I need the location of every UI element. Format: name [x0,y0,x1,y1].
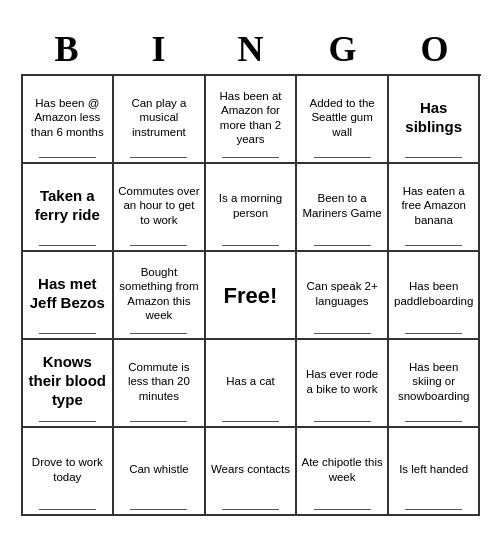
header-letter-g: G [299,28,387,70]
cell-text: Has ever rode a bike to work [301,346,383,417]
cell-signature-line [405,157,462,158]
cell-signature-line [405,421,462,422]
bingo-cell-7[interactable]: Is a morning person [206,164,298,252]
cell-signature-line [39,157,96,158]
cell-text: Wears contacts [211,434,290,505]
cell-text: Commutes over an hour to get to work [118,170,200,241]
cell-signature-line [130,157,187,158]
bingo-cell-9[interactable]: Has eaten a free Amazon banana [389,164,481,252]
cell-text: Has been @ Amazon less than 6 months [27,82,109,153]
cell-text: Has been at Amazon for more than 2 years [210,82,292,153]
cell-text: Has been paddleboarding [393,258,475,329]
bingo-cell-24[interactable]: Is left handed [389,428,481,516]
cell-text: Taken a ferry ride [27,170,109,241]
cell-signature-line [222,509,279,510]
cell-text: Has siblings [393,82,475,153]
header-letter-n: N [207,28,295,70]
bingo-cell-0[interactable]: Has been @ Amazon less than 6 months [23,76,115,164]
header-letter-i: I [115,28,203,70]
bingo-cell-5[interactable]: Taken a ferry ride [23,164,115,252]
bingo-grid: Has been @ Amazon less than 6 monthsCan … [21,74,481,516]
cell-signature-line [130,421,187,422]
cell-signature-line [314,157,371,158]
bingo-cell-2[interactable]: Has been at Amazon for more than 2 years [206,76,298,164]
cell-signature-line [39,333,96,334]
bingo-cell-10[interactable]: Has met Jeff Bezos [23,252,115,340]
cell-signature-line [314,421,371,422]
bingo-cell-11[interactable]: Bought something from Amazon this week [114,252,206,340]
header-letter-o: O [391,28,479,70]
cell-signature-line [130,509,187,510]
bingo-cell-19[interactable]: Has been skiing or snowboarding [389,340,481,428]
bingo-cell-1[interactable]: Can play a musical instrument [114,76,206,164]
cell-text: Has met Jeff Bezos [27,258,109,329]
bingo-cell-8[interactable]: Been to a Mariners Game [297,164,389,252]
cell-text: Has eaten a free Amazon banana [393,170,475,241]
free-space-cell[interactable]: Free! [206,252,298,340]
cell-text: Is left handed [399,434,468,505]
cell-signature-line [39,421,96,422]
cell-signature-line [222,421,279,422]
cell-signature-line [405,333,462,334]
cell-text: Is a morning person [210,170,292,241]
cell-signature-line [405,245,462,246]
cell-text: Can play a musical instrument [118,82,200,153]
cell-signature-line [405,509,462,510]
cell-text: Bought something from Amazon this week [118,258,200,329]
cell-signature-line [222,245,279,246]
bingo-cell-14[interactable]: Has been paddleboarding [389,252,481,340]
bingo-cell-13[interactable]: Can speak 2+ languages [297,252,389,340]
cell-text: Been to a Mariners Game [301,170,383,241]
cell-signature-line [39,245,96,246]
cell-text: Free! [224,258,278,334]
bingo-cell-15[interactable]: Knows their blood type [23,340,115,428]
cell-signature-line [314,509,371,510]
cell-signature-line [314,245,371,246]
cell-signature-line [314,333,371,334]
bingo-header: BINGO [21,28,481,70]
cell-text: Can speak 2+ languages [301,258,383,329]
header-letter-b: B [23,28,111,70]
cell-signature-line [130,333,187,334]
cell-signature-line [130,245,187,246]
bingo-cell-17[interactable]: Has a cat [206,340,298,428]
bingo-cell-23[interactable]: Ate chipotle this week [297,428,389,516]
cell-text: Added to the Seattle gum wall [301,82,383,153]
bingo-cell-3[interactable]: Added to the Seattle gum wall [297,76,389,164]
cell-text: Commute is less than 20 minutes [118,346,200,417]
bingo-card: BINGO Has been @ Amazon less than 6 mont… [11,18,491,526]
bingo-cell-4[interactable]: Has siblings [389,76,481,164]
cell-signature-line [222,157,279,158]
cell-text: Has been skiing or snowboarding [393,346,475,417]
cell-text: Knows their blood type [27,346,109,417]
bingo-cell-20[interactable]: Drove to work today [23,428,115,516]
cell-text: Ate chipotle this week [301,434,383,505]
cell-signature-line [39,509,96,510]
cell-text: Has a cat [226,346,275,417]
bingo-cell-16[interactable]: Commute is less than 20 minutes [114,340,206,428]
bingo-cell-21[interactable]: Can whistle [114,428,206,516]
bingo-cell-18[interactable]: Has ever rode a bike to work [297,340,389,428]
cell-text: Drove to work today [27,434,109,505]
bingo-cell-22[interactable]: Wears contacts [206,428,298,516]
bingo-cell-6[interactable]: Commutes over an hour to get to work [114,164,206,252]
cell-text: Can whistle [129,434,188,505]
